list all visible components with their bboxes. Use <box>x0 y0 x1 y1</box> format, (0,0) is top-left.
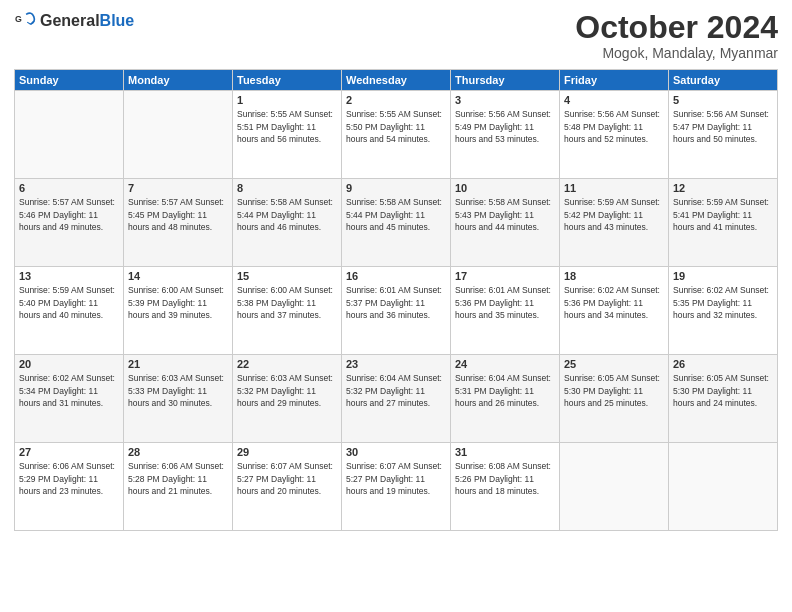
cell-1-5: 11Sunrise: 5:59 AM Sunset: 5:42 PM Dayli… <box>560 179 669 267</box>
day-number-29: 29 <box>237 446 337 458</box>
day-info-27: Sunrise: 6:06 AM Sunset: 5:29 PM Dayligh… <box>19 460 119 497</box>
cell-2-6: 19Sunrise: 6:02 AM Sunset: 5:35 PM Dayli… <box>669 267 778 355</box>
day-info-7: Sunrise: 5:57 AM Sunset: 5:45 PM Dayligh… <box>128 196 228 233</box>
day-number-18: 18 <box>564 270 664 282</box>
logo-blue: Blue <box>100 12 135 30</box>
day-info-9: Sunrise: 5:58 AM Sunset: 5:44 PM Dayligh… <box>346 196 446 233</box>
day-info-1: Sunrise: 5:55 AM Sunset: 5:51 PM Dayligh… <box>237 108 337 145</box>
day-number-3: 3 <box>455 94 555 106</box>
day-number-26: 26 <box>673 358 773 370</box>
day-number-17: 17 <box>455 270 555 282</box>
cell-1-1: 7Sunrise: 5:57 AM Sunset: 5:45 PM Daylig… <box>124 179 233 267</box>
day-info-23: Sunrise: 6:04 AM Sunset: 5:32 PM Dayligh… <box>346 372 446 409</box>
title-area: October 2024 Mogok, Mandalay, Myanmar <box>575 10 778 61</box>
cell-1-2: 8Sunrise: 5:58 AM Sunset: 5:44 PM Daylig… <box>233 179 342 267</box>
cell-0-3: 2Sunrise: 5:55 AM Sunset: 5:50 PM Daylig… <box>342 91 451 179</box>
day-number-24: 24 <box>455 358 555 370</box>
week-row-1: 6Sunrise: 5:57 AM Sunset: 5:46 PM Daylig… <box>15 179 778 267</box>
cell-4-5 <box>560 443 669 531</box>
day-number-20: 20 <box>19 358 119 370</box>
header: G General Blue October 2024 Mogok, Manda… <box>14 10 778 61</box>
cell-3-1: 21Sunrise: 6:03 AM Sunset: 5:33 PM Dayli… <box>124 355 233 443</box>
day-number-6: 6 <box>19 182 119 194</box>
day-info-29: Sunrise: 6:07 AM Sunset: 5:27 PM Dayligh… <box>237 460 337 497</box>
cell-2-1: 14Sunrise: 6:00 AM Sunset: 5:39 PM Dayli… <box>124 267 233 355</box>
day-info-20: Sunrise: 6:02 AM Sunset: 5:34 PM Dayligh… <box>19 372 119 409</box>
day-info-19: Sunrise: 6:02 AM Sunset: 5:35 PM Dayligh… <box>673 284 773 321</box>
day-number-11: 11 <box>564 182 664 194</box>
day-info-13: Sunrise: 5:59 AM Sunset: 5:40 PM Dayligh… <box>19 284 119 321</box>
day-number-22: 22 <box>237 358 337 370</box>
cell-4-1: 28Sunrise: 6:06 AM Sunset: 5:28 PM Dayli… <box>124 443 233 531</box>
day-info-12: Sunrise: 5:59 AM Sunset: 5:41 PM Dayligh… <box>673 196 773 233</box>
day-number-30: 30 <box>346 446 446 458</box>
cell-3-3: 23Sunrise: 6:04 AM Sunset: 5:32 PM Dayli… <box>342 355 451 443</box>
day-info-10: Sunrise: 5:58 AM Sunset: 5:43 PM Dayligh… <box>455 196 555 233</box>
logo-icon: G <box>14 10 36 32</box>
day-info-15: Sunrise: 6:00 AM Sunset: 5:38 PM Dayligh… <box>237 284 337 321</box>
day-info-11: Sunrise: 5:59 AM Sunset: 5:42 PM Dayligh… <box>564 196 664 233</box>
day-info-30: Sunrise: 6:07 AM Sunset: 5:27 PM Dayligh… <box>346 460 446 497</box>
day-info-5: Sunrise: 5:56 AM Sunset: 5:47 PM Dayligh… <box>673 108 773 145</box>
day-info-6: Sunrise: 5:57 AM Sunset: 5:46 PM Dayligh… <box>19 196 119 233</box>
day-number-4: 4 <box>564 94 664 106</box>
day-info-8: Sunrise: 5:58 AM Sunset: 5:44 PM Dayligh… <box>237 196 337 233</box>
day-number-9: 9 <box>346 182 446 194</box>
day-number-21: 21 <box>128 358 228 370</box>
cell-1-6: 12Sunrise: 5:59 AM Sunset: 5:41 PM Dayli… <box>669 179 778 267</box>
cell-2-5: 18Sunrise: 6:02 AM Sunset: 5:36 PM Dayli… <box>560 267 669 355</box>
svg-text:G: G <box>15 14 22 24</box>
cell-0-2: 1Sunrise: 5:55 AM Sunset: 5:51 PM Daylig… <box>233 91 342 179</box>
cell-3-0: 20Sunrise: 6:02 AM Sunset: 5:34 PM Dayli… <box>15 355 124 443</box>
week-row-2: 13Sunrise: 5:59 AM Sunset: 5:40 PM Dayli… <box>15 267 778 355</box>
calendar-table: Sunday Monday Tuesday Wednesday Thursday… <box>14 69 778 531</box>
cell-0-1 <box>124 91 233 179</box>
cell-3-2: 22Sunrise: 6:03 AM Sunset: 5:32 PM Dayli… <box>233 355 342 443</box>
cell-0-4: 3Sunrise: 5:56 AM Sunset: 5:49 PM Daylig… <box>451 91 560 179</box>
day-number-28: 28 <box>128 446 228 458</box>
day-number-2: 2 <box>346 94 446 106</box>
cell-4-0: 27Sunrise: 6:06 AM Sunset: 5:29 PM Dayli… <box>15 443 124 531</box>
day-number-25: 25 <box>564 358 664 370</box>
col-saturday: Saturday <box>669 70 778 91</box>
day-number-27: 27 <box>19 446 119 458</box>
day-info-4: Sunrise: 5:56 AM Sunset: 5:48 PM Dayligh… <box>564 108 664 145</box>
day-number-15: 15 <box>237 270 337 282</box>
day-number-5: 5 <box>673 94 773 106</box>
week-row-4: 27Sunrise: 6:06 AM Sunset: 5:29 PM Dayli… <box>15 443 778 531</box>
logo-general: General <box>40 12 100 30</box>
cell-3-6: 26Sunrise: 6:05 AM Sunset: 5:30 PM Dayli… <box>669 355 778 443</box>
cell-4-6 <box>669 443 778 531</box>
col-friday: Friday <box>560 70 669 91</box>
col-tuesday: Tuesday <box>233 70 342 91</box>
day-number-12: 12 <box>673 182 773 194</box>
day-number-23: 23 <box>346 358 446 370</box>
cell-1-4: 10Sunrise: 5:58 AM Sunset: 5:43 PM Dayli… <box>451 179 560 267</box>
day-info-26: Sunrise: 6:05 AM Sunset: 5:30 PM Dayligh… <box>673 372 773 409</box>
week-row-3: 20Sunrise: 6:02 AM Sunset: 5:34 PM Dayli… <box>15 355 778 443</box>
cell-4-2: 29Sunrise: 6:07 AM Sunset: 5:27 PM Dayli… <box>233 443 342 531</box>
cell-0-5: 4Sunrise: 5:56 AM Sunset: 5:48 PM Daylig… <box>560 91 669 179</box>
cell-4-3: 30Sunrise: 6:07 AM Sunset: 5:27 PM Dayli… <box>342 443 451 531</box>
col-sunday: Sunday <box>15 70 124 91</box>
week-row-0: 1Sunrise: 5:55 AM Sunset: 5:51 PM Daylig… <box>15 91 778 179</box>
calendar-container: G General Blue October 2024 Mogok, Manda… <box>0 0 792 612</box>
cell-2-4: 17Sunrise: 6:01 AM Sunset: 5:36 PM Dayli… <box>451 267 560 355</box>
logo-text: General Blue <box>40 12 134 30</box>
cell-3-4: 24Sunrise: 6:04 AM Sunset: 5:31 PM Dayli… <box>451 355 560 443</box>
cell-0-0 <box>15 91 124 179</box>
cell-1-0: 6Sunrise: 5:57 AM Sunset: 5:46 PM Daylig… <box>15 179 124 267</box>
location: Mogok, Mandalay, Myanmar <box>575 45 778 61</box>
logo: G General Blue <box>14 10 134 32</box>
cell-0-6: 5Sunrise: 5:56 AM Sunset: 5:47 PM Daylig… <box>669 91 778 179</box>
day-info-16: Sunrise: 6:01 AM Sunset: 5:37 PM Dayligh… <box>346 284 446 321</box>
cell-2-3: 16Sunrise: 6:01 AM Sunset: 5:37 PM Dayli… <box>342 267 451 355</box>
day-info-28: Sunrise: 6:06 AM Sunset: 5:28 PM Dayligh… <box>128 460 228 497</box>
day-info-17: Sunrise: 6:01 AM Sunset: 5:36 PM Dayligh… <box>455 284 555 321</box>
day-info-25: Sunrise: 6:05 AM Sunset: 5:30 PM Dayligh… <box>564 372 664 409</box>
month-title: October 2024 <box>575 10 778 45</box>
col-monday: Monday <box>124 70 233 91</box>
col-wednesday: Wednesday <box>342 70 451 91</box>
cell-1-3: 9Sunrise: 5:58 AM Sunset: 5:44 PM Daylig… <box>342 179 451 267</box>
day-info-14: Sunrise: 6:00 AM Sunset: 5:39 PM Dayligh… <box>128 284 228 321</box>
